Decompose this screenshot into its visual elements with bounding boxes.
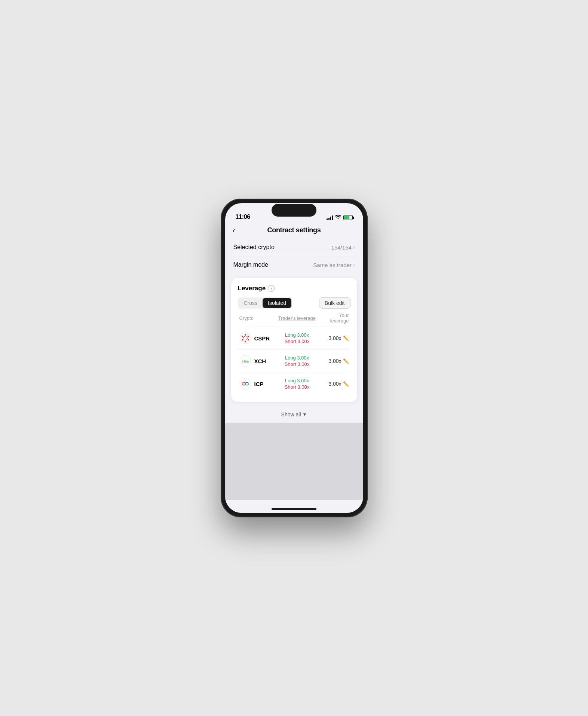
- crypto-row-cspr: CSPR Long 3.00x Short 3.00x 3.00x ✏️: [238, 327, 350, 350]
- icp-trader-leverage: Long 3.00x Short 3.00x: [275, 378, 319, 390]
- col-header-trader: Trader's leverage: [275, 315, 319, 321]
- home-indicator: [225, 500, 363, 513]
- settings-section: Selected crypto 154/154 › Margin mode Sa…: [225, 239, 363, 273]
- bulk-edit-button[interactable]: Bulk edit: [319, 297, 350, 309]
- chevron-right-icon-2: ›: [353, 262, 355, 268]
- cspr-leverage-val: 3.00x: [328, 335, 341, 341]
- phone-frame: 11:06: [221, 199, 368, 517]
- page-title: Contract settings: [267, 226, 321, 234]
- svg-point-3: [247, 336, 249, 337]
- cspr-your-leverage: 3.00x ✏️: [319, 335, 349, 341]
- margin-mode-label: Margin mode: [233, 261, 268, 268]
- show-all-row[interactable]: Show all ▼: [225, 406, 363, 423]
- cspr-name: CSPR: [254, 335, 270, 342]
- xch-your-leverage: 3.00x ✏️: [319, 358, 349, 364]
- crypto-info-xch: chia XCH: [239, 355, 275, 367]
- xch-name: XCH: [254, 358, 266, 364]
- xch-short: Short 3.00x: [285, 361, 310, 367]
- svg-point-7: [242, 336, 243, 337]
- icp-logo: [239, 378, 251, 390]
- selected-crypto-value[interactable]: 154/154 ›: [331, 244, 355, 251]
- crypto-row-icp: ICP Long 3.00x Short 3.00x 3.00x ✏️: [238, 373, 350, 395]
- icp-short: Short 3.00x: [285, 384, 310, 390]
- xch-edit-icon[interactable]: ✏️: [343, 358, 349, 364]
- selected-crypto-label: Selected crypto: [233, 244, 275, 251]
- chevron-right-icon: ›: [353, 244, 355, 250]
- xch-long: Long 3.00x: [285, 355, 309, 361]
- icp-edit-icon[interactable]: ✏️: [343, 381, 349, 387]
- col-header-crypto: Crypto: [239, 315, 275, 321]
- show-all-arrow-icon: ▼: [303, 412, 307, 417]
- svg-point-5: [245, 341, 246, 342]
- phone-screen: 11:06: [225, 203, 363, 513]
- nav-bar: ‹ Contract settings: [225, 223, 363, 239]
- icp-long: Long 3.00x: [285, 378, 309, 383]
- controls-row: Cross Isolated Bulk edit: [238, 297, 350, 309]
- icp-your-leverage: 3.00x ✏️: [319, 381, 349, 387]
- svg-point-13: [243, 382, 244, 383]
- status-icons: [327, 215, 353, 220]
- tab-cross[interactable]: Cross: [239, 298, 263, 308]
- signal-icon: [327, 215, 333, 220]
- tab-isolated[interactable]: Isolated: [263, 298, 291, 308]
- status-time: 11:06: [236, 214, 250, 220]
- svg-point-2: [245, 334, 246, 336]
- xch-trader-leverage: Long 3.00x Short 3.00x: [275, 355, 319, 367]
- svg-point-4: [247, 339, 249, 341]
- cspr-trader-leverage: Long 3.00x Short 3.00x: [275, 332, 319, 344]
- back-button[interactable]: ‹: [233, 226, 235, 235]
- cspr-logo: [239, 332, 251, 344]
- cspr-short: Short 3.00x: [285, 339, 310, 344]
- crypto-info-icp: ICP: [239, 378, 275, 390]
- icp-name: ICP: [254, 381, 264, 387]
- toggle-tabs: Cross Isolated: [238, 297, 293, 309]
- svg-point-6: [242, 339, 243, 341]
- col-header-yours: Your leverage: [319, 312, 349, 324]
- cspr-edit-icon[interactable]: ✏️: [343, 336, 349, 341]
- show-all-text: Show all: [281, 411, 301, 417]
- svg-point-14: [246, 382, 247, 383]
- margin-mode-row[interactable]: Margin mode Same as trader ›: [225, 256, 363, 273]
- xch-leverage-val: 3.00x: [328, 358, 341, 364]
- crypto-info-cspr: CSPR: [239, 332, 275, 344]
- icp-leverage-val: 3.00x: [328, 381, 341, 387]
- crypto-row-xch: chia XCH Long 3.00x Short 3.00x 3.00x ✏️: [238, 350, 350, 373]
- svg-text:chia: chia: [242, 359, 249, 363]
- wifi-icon: [335, 215, 341, 220]
- card-title-row: Leverage i: [238, 285, 275, 292]
- card-title: Leverage: [238, 285, 266, 292]
- xch-logo: chia: [239, 355, 251, 367]
- leverage-card: Leverage i Cross Isolated Bulk edit Cryp…: [231, 278, 357, 402]
- dynamic-island: [272, 204, 316, 217]
- battery-icon: [343, 215, 353, 220]
- outer-wrapper: 11:06: [214, 184, 374, 532]
- margin-mode-value[interactable]: Same as trader ›: [313, 262, 355, 268]
- cspr-long: Long 3.00x: [285, 332, 309, 338]
- card-header: Leverage i: [238, 285, 350, 292]
- info-icon[interactable]: i: [268, 285, 275, 292]
- selected-crypto-row[interactable]: Selected crypto 154/154 ›: [225, 239, 363, 256]
- gray-area: [225, 423, 363, 500]
- home-bar: [272, 508, 316, 510]
- table-header: Crypto Trader's leverage Your leverage: [238, 312, 350, 327]
